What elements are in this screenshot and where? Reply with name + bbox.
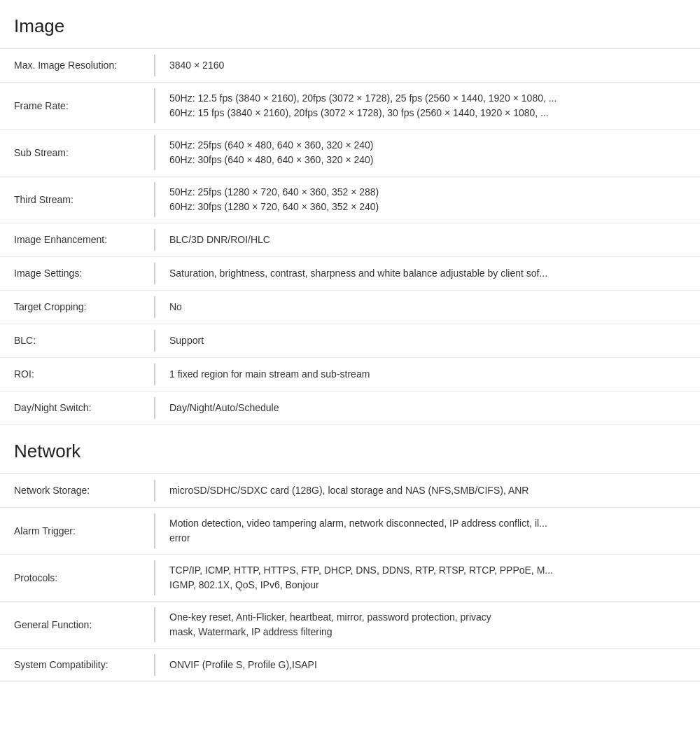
spec-value: Day/Night/Auto/Schedule: [155, 392, 700, 424]
spec-label: System Compatibility:: [0, 649, 154, 681]
spec-value: Motion detection, video tampering alarm,…: [155, 508, 700, 554]
spec-label: Third Stream:: [0, 176, 154, 223]
spec-label: Frame Rate:: [0, 83, 154, 129]
spec-value: 3840 × 2160: [155, 49, 700, 82]
table-row: Max. Image Resolution: 3840 × 2160: [0, 49, 700, 83]
spec-label: Max. Image Resolution:: [0, 49, 154, 82]
table-row: Sub Stream: 50Hz: 25fps (640 × 480, 640 …: [0, 130, 700, 176]
spec-label: Sub Stream:: [0, 130, 154, 176]
spec-label: Network Storage:: [0, 474, 154, 507]
spec-label: General Function:: [0, 602, 154, 648]
table-row: BLC: Support: [0, 324, 700, 358]
table-row: ROI: 1 fixed region for main stream and …: [0, 358, 700, 392]
table-row: System Compatibility: ONVIF (Profile S, …: [0, 649, 700, 682]
image-section: Image Max. Image Resolution: 3840 × 2160…: [0, 0, 700, 425]
page-container: Image Max. Image Resolution: 3840 × 2160…: [0, 0, 700, 734]
table-row: Image Settings: Saturation, brightness, …: [0, 257, 700, 291]
table-row: Third Stream: 50Hz: 25fps (1280 × 720, 6…: [0, 176, 700, 223]
table-row: Target Cropping: No: [0, 291, 700, 324]
spec-label: Target Cropping:: [0, 291, 154, 324]
image-section-title: Image: [0, 0, 700, 49]
network-section-title: Network: [0, 425, 700, 474]
table-row: Day/Night Switch: Day/Night/Auto/Schedul…: [0, 392, 700, 425]
spec-label: Day/Night Switch:: [0, 392, 154, 424]
spec-value: microSD/SDHC/SDXC card (128G), local sto…: [155, 474, 700, 507]
spec-value: Saturation, brightness, contrast, sharpn…: [155, 257, 700, 290]
spec-value: 50Hz: 25fps (1280 × 720, 640 × 360, 352 …: [155, 176, 700, 223]
spec-value: 50Hz: 12.5 fps (3840 × 2160), 20fps (307…: [155, 83, 700, 129]
spec-label: Alarm Trigger:: [0, 508, 154, 554]
table-row: Alarm Trigger: Motion detection, video t…: [0, 508, 700, 555]
spec-value: Support: [155, 324, 700, 357]
spec-value: 50Hz: 25fps (640 × 480, 640 × 360, 320 ×…: [155, 130, 700, 176]
spec-value: ONVIF (Profile S, Profile G),ISAPI: [155, 649, 700, 681]
table-row: Frame Rate: 50Hz: 12.5 fps (3840 × 2160)…: [0, 83, 700, 130]
network-section: Network Network Storage: microSD/SDHC/SD…: [0, 425, 700, 682]
table-row: Network Storage: microSD/SDHC/SDXC card …: [0, 474, 700, 508]
network-spec-table: Network Storage: microSD/SDHC/SDXC card …: [0, 474, 700, 682]
table-row: General Function: One-key reset, Anti-Fl…: [0, 602, 700, 649]
spec-label: Protocols:: [0, 555, 154, 601]
spec-label: BLC:: [0, 324, 154, 357]
spec-label: Image Settings:: [0, 257, 154, 290]
spec-value: 1 fixed region for main stream and sub-s…: [155, 358, 700, 391]
table-row: Image Enhancement: BLC/3D DNR/ROI/HLC: [0, 223, 700, 257]
image-spec-table: Max. Image Resolution: 3840 × 2160 Frame…: [0, 49, 700, 425]
table-row: Protocols: TCP/IP, ICMP, HTTP, HTTPS, FT…: [0, 555, 700, 602]
spec-value: TCP/IP, ICMP, HTTP, HTTPS, FTP, DHCP, DN…: [155, 555, 700, 601]
spec-label: ROI:: [0, 358, 154, 391]
spec-value: No: [155, 291, 700, 324]
spec-label: Image Enhancement:: [0, 223, 154, 256]
spec-value: BLC/3D DNR/ROI/HLC: [155, 223, 700, 256]
spec-value: One-key reset, Anti-Flicker, heartbeat, …: [155, 602, 700, 648]
